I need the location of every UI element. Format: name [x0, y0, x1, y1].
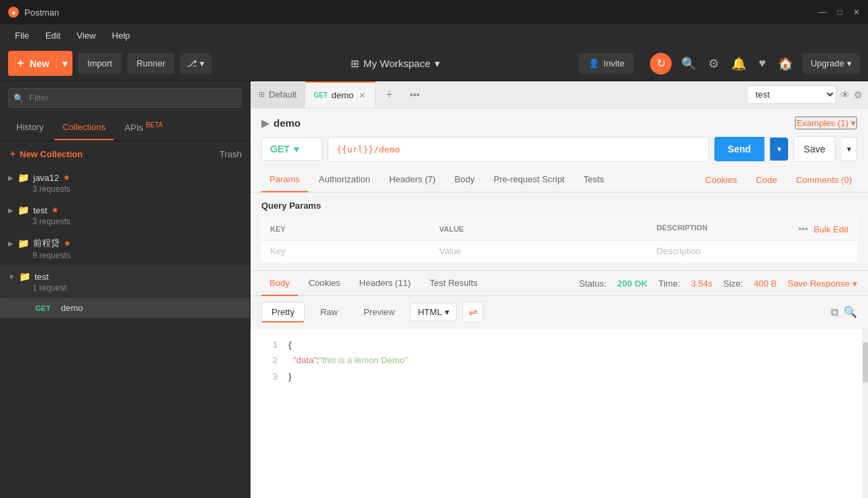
sidebar-search-area: 🔍 [0, 81, 250, 115]
search-icon: 🔍 [14, 94, 24, 103]
response-action-icons: ⧉ 🔍 [831, 306, 857, 318]
trash-button[interactable]: Trash [219, 149, 242, 159]
list-item[interactable]: ▶ 📁 java12 ★ 3 requests [0, 167, 250, 199]
scrollbar-thumb[interactable] [863, 342, 868, 383]
more-options-icon[interactable]: ••• [798, 224, 808, 234]
req-tab-prerequest[interactable]: Pre-request Script [485, 167, 573, 192]
tab-collections[interactable]: Collections [54, 115, 114, 140]
minimize-button[interactable]: — [819, 7, 827, 17]
req-tab-right: Cookies Code Comments (0) [700, 168, 857, 192]
format-tab-raw[interactable]: Raw [310, 302, 348, 322]
menu-help[interactable]: Help [105, 28, 137, 43]
new-collection-button[interactable]: ＋ New Collection [8, 148, 83, 160]
request-expand-icon[interactable]: ▶ [261, 117, 269, 129]
response-area: Body Cookies Headers (11) Test Results S… [251, 270, 868, 498]
tab-more-button[interactable]: ••• [403, 89, 427, 100]
maximize-button[interactable]: □ [838, 7, 842, 17]
window-controls[interactable]: — □ ✕ [819, 7, 860, 17]
close-button[interactable]: ✕ [853, 7, 860, 17]
list-item[interactable]: ▶ 📁 test ★ 3 requests [0, 199, 250, 232]
url-input[interactable] [328, 137, 709, 162]
format-tab-preview[interactable]: Preview [353, 302, 405, 322]
tab-apis[interactable]: APIs BETA [116, 115, 171, 141]
search-response-button[interactable]: 🔍 [844, 306, 857, 318]
fork-button[interactable]: ⎇ ▾ [180, 53, 211, 74]
send-button[interactable]: Send [714, 137, 764, 161]
comments-link[interactable]: Comments (0) [791, 168, 857, 192]
resp-tab-test-results[interactable]: Test Results [421, 271, 485, 296]
request-item[interactable]: GET demo [0, 298, 250, 318]
heart-button[interactable]: ♥ [756, 54, 768, 73]
key-cell[interactable]: Key [262, 241, 431, 262]
save-button[interactable]: Save [794, 136, 836, 162]
new-button[interactable]: ＋ New ▾ [8, 51, 72, 76]
menu-file[interactable]: File [8, 28, 36, 43]
eye-icon[interactable]: 👁 [840, 89, 850, 100]
import-button[interactable]: Import [78, 53, 122, 74]
save-dropdown-button[interactable]: ▾ [841, 137, 857, 161]
list-item[interactable]: ▶ 📁 前程贷 ★ 9 requests [0, 232, 250, 266]
method-select[interactable]: GET ▾ [261, 138, 322, 161]
time-label: Time: [658, 278, 680, 289]
save-response-button[interactable]: Save Response ▾ [787, 278, 857, 289]
filter-input[interactable] [8, 88, 242, 108]
examples-button[interactable]: Examples (1) ▾ [795, 117, 857, 129]
runner-button[interactable]: Runner [127, 53, 175, 74]
workspace-button[interactable]: ⊞ My Workspace ▾ [351, 58, 440, 70]
new-dropdown-icon[interactable]: ▾ [56, 58, 72, 69]
send-dropdown-button[interactable]: ▾ [770, 138, 788, 161]
req-tab-body[interactable]: Body [446, 167, 483, 192]
save-response-label: Save Response [787, 278, 850, 289]
fork-icon: ⎇ [187, 58, 197, 68]
list-item[interactable]: ▼ 📁 test 1 request [0, 266, 250, 298]
upgrade-chevron-icon: ▾ [847, 58, 852, 68]
req-tab-authorization[interactable]: Authorization [311, 167, 378, 192]
settings-button[interactable]: ⚙ [706, 54, 722, 74]
resp-tab-body[interactable]: Body [261, 271, 298, 296]
code-line: 1 { [261, 337, 857, 352]
new-label: New [30, 58, 49, 69]
upgrade-button[interactable]: Upgrade ▾ [802, 53, 860, 74]
description-cell[interactable]: Description [649, 241, 857, 262]
col-value: VALUE [431, 218, 649, 241]
fork-dropdown-icon: ▾ [200, 58, 204, 68]
line-number: 1 [261, 337, 278, 352]
format-tab-pretty[interactable]: Pretty [261, 302, 305, 323]
req-tab-params[interactable]: Params [261, 167, 308, 192]
tab-history[interactable]: History [8, 115, 51, 140]
code-link[interactable]: Code [751, 168, 783, 192]
tab-demo[interactable]: GET demo ✕ [305, 81, 376, 108]
wrap-button[interactable]: ⇌ [462, 302, 483, 323]
method-label: GET [270, 144, 290, 154]
resp-tab-cookies[interactable]: Cookies [301, 271, 349, 296]
query-params-title: Query Params [261, 201, 857, 211]
scrollbar[interactable] [863, 329, 868, 498]
copy-button[interactable]: ⧉ [831, 306, 838, 318]
col-key: KEY [262, 218, 431, 241]
format-select[interactable]: HTML ▾ [410, 303, 456, 321]
req-tab-headers[interactable]: Headers (7) [381, 167, 444, 192]
tab-close-icon[interactable]: ✕ [357, 89, 367, 102]
code-content: } [288, 369, 291, 384]
learn-button[interactable]: 🏠 [775, 54, 796, 74]
menu-view[interactable]: View [70, 28, 102, 43]
sync-button[interactable]: ↻ [650, 53, 672, 75]
menu-edit[interactable]: Edit [39, 28, 67, 43]
resp-tab-headers[interactable]: Headers (11) [351, 271, 419, 296]
value-cell[interactable]: Value [431, 241, 649, 262]
environment-select[interactable]: test No Environment [747, 85, 836, 104]
notifications-button[interactable]: 🔔 [729, 54, 749, 74]
search-button[interactable]: 🔍 [678, 54, 699, 74]
search-wrapper: 🔍 [8, 88, 242, 108]
examples-label: Examples (1) [796, 118, 848, 128]
folder-icon: 📁 [18, 205, 29, 215]
code-value: "this is a lemon Demo" [319, 352, 408, 368]
tab-add-button[interactable]: ＋ [376, 87, 403, 102]
cookies-link[interactable]: Cookies [700, 168, 743, 192]
req-tab-tests[interactable]: Tests [576, 167, 612, 192]
request-row: GET ▾ Send ▾ Save ▾ [261, 136, 857, 162]
gear-icon[interactable]: ⚙ [854, 89, 863, 100]
invite-button[interactable]: 👤 Invite [579, 53, 634, 74]
bulk-edit-button[interactable]: Bulk Edit [814, 224, 848, 234]
tab-default[interactable]: ⊞ Default [251, 81, 305, 108]
